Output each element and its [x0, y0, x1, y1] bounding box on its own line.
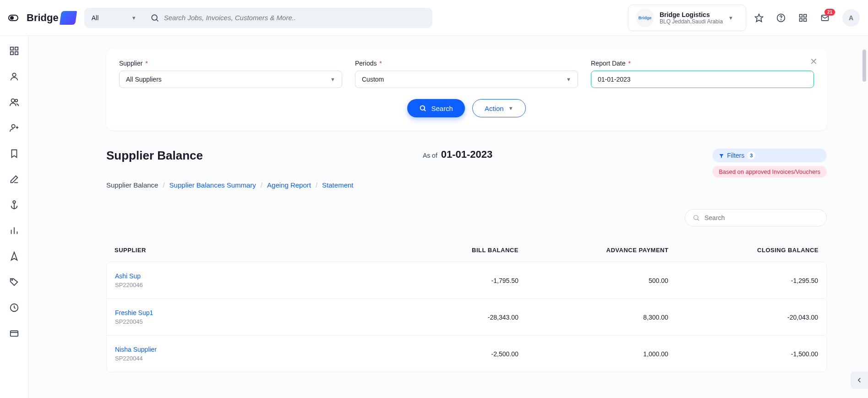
visibility-toggle-icon[interactable]: [8, 15, 18, 21]
search-button-label: Search: [431, 105, 453, 112]
avatar-initial: A: [849, 14, 853, 22]
svg-rect-8: [804, 18, 807, 21]
content-area: ✕ Supplier * All Suppliers ▼ Periods * C…: [28, 36, 868, 398]
svg-point-17: [11, 125, 15, 128]
report-date-input[interactable]: 01-01-2023: [591, 71, 814, 88]
supplier-name[interactable]: Ashi Sup: [115, 272, 369, 280]
org-logo-icon: Bridge: [636, 9, 654, 27]
org-name: Bridge Logistics: [660, 11, 723, 18]
history-icon[interactable]: [9, 303, 19, 313]
brand-mark-icon: [60, 11, 77, 25]
table-row[interactable]: Freshie Sup1SP220045-28,343.008,300.00-2…: [107, 299, 826, 336]
table-search-box: [685, 209, 827, 227]
svg-rect-10: [10, 47, 13, 50]
filters-label: Filters: [727, 152, 744, 159]
anchor-icon[interactable]: [9, 200, 19, 210]
col-supplier: SUPPLIER: [115, 247, 368, 254]
table-search-input[interactable]: [704, 214, 819, 221]
crumb-statement[interactable]: Statement: [322, 181, 353, 189]
filters-pill[interactable]: Filters 3: [712, 149, 827, 162]
edit-icon[interactable]: [9, 174, 19, 184]
tag-icon[interactable]: [9, 277, 19, 287]
svg-point-26: [11, 280, 12, 281]
search-category-label: All: [92, 14, 99, 22]
close-icon[interactable]: ✕: [810, 56, 818, 67]
asof-date: 01-01-2023: [441, 149, 493, 160]
add-user-icon[interactable]: [9, 123, 19, 133]
supplier-select[interactable]: All Suppliers ▼: [119, 71, 342, 88]
apps-grid-icon[interactable]: [798, 13, 808, 22]
card-icon[interactable]: [9, 328, 19, 338]
col-advance-payment: ADVANCE PAYMENT: [519, 247, 669, 254]
bookmark-icon[interactable]: [9, 149, 19, 159]
search-icon: [693, 214, 700, 221]
closing-balance: -20,043.00: [668, 314, 818, 321]
crumb-supplier-balance[interactable]: Supplier Balance: [106, 181, 158, 189]
collapse-panel-button[interactable]: [851, 371, 868, 389]
breadcrumb: Supplier Balance / Supplier Balances Sum…: [106, 181, 827, 189]
search-icon: [150, 13, 159, 22]
topbar: Bridge All ▼ Bridge Bridge Logistics BLQ…: [0, 0, 868, 36]
advance-payment: 1,000.00: [519, 350, 668, 358]
sidebar: [0, 36, 28, 398]
svg-line-31: [424, 110, 426, 111]
supplier-table: SUPPLIER BILL BALANCE ADVANCE PAYMENT CL…: [106, 238, 827, 372]
svg-point-0: [152, 15, 157, 20]
search-category-select[interactable]: All ▼: [84, 8, 144, 28]
advance-payment: 8,300.00: [519, 314, 668, 321]
user-icon[interactable]: [9, 72, 19, 82]
users-icon[interactable]: [9, 97, 19, 107]
search-icon: [419, 105, 426, 112]
chevron-down-icon: ▼: [508, 105, 513, 111]
chevron-down-icon: ▼: [330, 77, 335, 82]
reports-icon[interactable]: [9, 226, 19, 236]
supplier-id: SP220046: [115, 282, 369, 288]
supplier-label: Supplier *: [119, 60, 342, 67]
svg-line-33: [698, 219, 699, 221]
supplier-id: SP220044: [115, 355, 369, 362]
svg-marker-25: [11, 252, 17, 260]
crumb-ageing[interactable]: Ageing Report: [267, 181, 311, 189]
organization-select[interactable]: Bridge Bridge Logistics BLQ Jeddah,Saudi…: [628, 5, 746, 31]
advance-payment: 500.00: [519, 277, 668, 284]
global-search: All ▼: [84, 8, 432, 28]
svg-rect-13: [15, 52, 17, 55]
table-row[interactable]: Ashi SupSP220046-1,795.50500.00-1,295.50: [107, 262, 826, 299]
svg-point-20: [13, 201, 16, 204]
chevron-down-icon: ▼: [131, 15, 136, 21]
mail-icon[interactable]: 21: [820, 13, 830, 22]
brand-logo[interactable]: Bridge: [27, 11, 76, 25]
crumb-summary[interactable]: Supplier Balances Summary: [169, 181, 256, 189]
scrollbar[interactable]: [863, 50, 866, 82]
svg-point-30: [420, 106, 425, 110]
supplier-id: SP220045: [115, 318, 369, 325]
filters-count: 3: [747, 151, 755, 160]
dashboard-icon[interactable]: [9, 46, 19, 56]
bill-balance: -2,500.00: [369, 350, 519, 358]
svg-line-1: [156, 19, 158, 21]
svg-rect-12: [10, 52, 13, 55]
col-bill-balance: BILL BALANCE: [368, 247, 519, 254]
filter-icon: [719, 153, 724, 158]
action-button-label: Action: [485, 105, 504, 112]
star-icon[interactable]: [754, 13, 764, 22]
search-button[interactable]: Search: [407, 99, 465, 117]
svg-rect-6: [804, 14, 807, 17]
filter-card: ✕ Supplier * All Suppliers ▼ Periods * C…: [106, 49, 827, 130]
table-row[interactable]: Nisha SupplierSP220044-2,500.001,000.00-…: [107, 336, 826, 372]
global-search-input[interactable]: [164, 14, 426, 22]
action-button[interactable]: Action ▼: [472, 99, 526, 117]
periods-value: Custom: [362, 76, 384, 83]
svg-marker-2: [755, 14, 763, 22]
user-avatar[interactable]: A: [842, 9, 860, 27]
status-badge: Based on approved Invoices/Vouchers: [712, 166, 827, 177]
chevron-down-icon: ▼: [728, 15, 733, 21]
svg-point-4: [781, 19, 781, 20]
svg-rect-28: [10, 331, 18, 337]
supplier-name[interactable]: Freshie Sup1: [115, 309, 369, 316]
help-icon[interactable]: [776, 13, 786, 22]
navigation-icon[interactable]: [9, 251, 19, 261]
supplier-name[interactable]: Nisha Supplier: [115, 346, 369, 353]
periods-select[interactable]: Custom ▼: [355, 71, 578, 88]
svg-rect-11: [15, 47, 17, 50]
